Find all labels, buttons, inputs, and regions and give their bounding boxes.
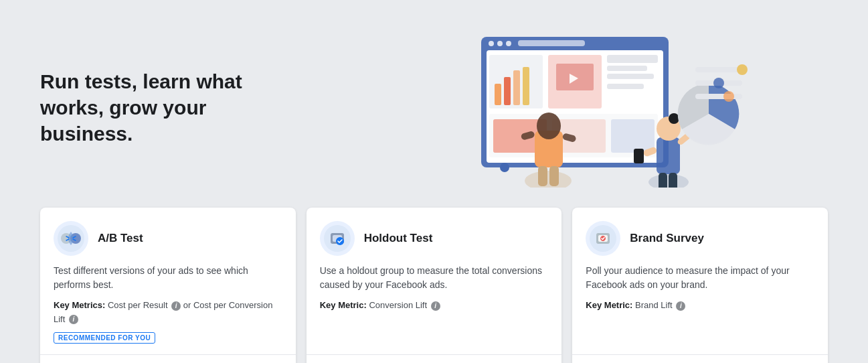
info-icon-cost-per-result[interactable]: i (171, 301, 181, 311)
card-brand-survey: Brand Survey Poll your audience to measu… (572, 208, 828, 363)
svg-point-2 (489, 41, 494, 46)
brand-survey-description: Poll your audience to measure the impact… (586, 264, 814, 292)
holdout-test-description: Use a holdout group to measure the total… (320, 264, 549, 292)
svg-point-3 (497, 41, 503, 46)
svg-rect-5 (518, 40, 585, 46)
svg-rect-46 (695, 94, 742, 99)
holdout-test-footer: Learn More Get Started (307, 354, 562, 363)
hero-svg (401, 27, 749, 188)
holdout-test-key-metrics: Key Metric: Conversion Lift i (320, 299, 549, 313)
ab-test-icon (54, 221, 88, 256)
hero-illustration (321, 20, 828, 194)
svg-point-34 (669, 113, 679, 124)
hero-section: Run tests, learn what works, grow your b… (0, 0, 868, 208)
ab-test-key-metrics: Key Metrics: Cost per Result i or Cost p… (54, 299, 282, 327)
ab-test-title: A/B Test (98, 232, 143, 245)
svg-rect-42 (695, 67, 742, 72)
card-holdout-test: Holdout Test Use a holdout group to meas… (307, 208, 562, 363)
ab-test-metrics-value: Cost per Result (108, 300, 168, 310)
page-wrapper: Run tests, learn what works, grow your b… (0, 0, 868, 363)
svg-rect-29 (538, 166, 547, 186)
card-ab-test: A/B Test Test different versions of your… (40, 208, 296, 363)
hero-title: Run tests, learn what works, grow your b… (40, 68, 294, 147)
brand-survey-key-metrics: Key Metric: Brand Lift i (586, 299, 814, 313)
svg-rect-10 (523, 67, 529, 105)
svg-rect-39 (659, 173, 667, 188)
svg-point-47 (723, 91, 734, 102)
cards-section: A/B Test Test different versions of your… (0, 208, 868, 363)
svg-rect-14 (607, 55, 658, 63)
card-holdout-test-header: Holdout Test (320, 221, 549, 256)
card-ab-test-header: A/B Test (54, 221, 282, 256)
svg-point-4 (506, 41, 511, 46)
brand-survey-metrics-value: Brand Lift (635, 300, 673, 310)
ab-test-footer: Learn More Get Started (40, 354, 296, 363)
svg-rect-9 (513, 70, 520, 105)
svg-rect-8 (504, 77, 511, 105)
svg-point-23 (500, 163, 509, 172)
svg-rect-15 (607, 66, 647, 71)
brand-survey-icon (586, 221, 620, 256)
holdout-test-title: Holdout Test (364, 232, 433, 245)
svg-rect-40 (669, 173, 677, 188)
info-icon-holdout[interactable]: i (431, 301, 440, 311)
svg-rect-36 (634, 149, 644, 163)
svg-point-43 (737, 64, 748, 75)
card-brand-survey-body: Brand Survey Poll your audience to measu… (572, 208, 828, 354)
svg-rect-7 (495, 84, 501, 105)
hero-text: Run tests, learn what works, grow your b… (40, 68, 321, 147)
card-holdout-test-body: Holdout Test Use a holdout group to meas… (307, 208, 562, 354)
brand-survey-metrics-label: Key Metric: (586, 300, 632, 310)
info-icon-conversion-lift[interactable]: i (69, 315, 78, 324)
info-icon-brand-lift[interactable]: i (676, 301, 685, 311)
card-brand-survey-header: Brand Survey (586, 221, 814, 256)
brand-survey-footer: Learn More Get Started (572, 354, 828, 363)
svg-rect-30 (549, 166, 559, 186)
svg-point-45 (713, 78, 724, 88)
svg-rect-32 (657, 137, 680, 174)
card-ab-test-body: A/B Test Test different versions of your… (40, 208, 296, 354)
svg-point-24 (525, 171, 572, 188)
svg-rect-22 (611, 119, 655, 153)
ab-test-description: Test different versions of your ads to s… (54, 264, 282, 292)
holdout-test-icon (320, 221, 355, 256)
svg-rect-17 (607, 84, 644, 89)
svg-rect-16 (607, 74, 654, 79)
svg-point-26 (537, 113, 561, 139)
holdout-test-metrics-label: Key Metric: (320, 300, 367, 310)
recommended-badge: RECOMMENDED FOR YOU (54, 332, 155, 344)
ab-test-metrics-label: Key Metrics: (54, 300, 105, 310)
holdout-test-metrics-value: Conversion Lift (369, 300, 427, 310)
brand-survey-title: Brand Survey (630, 232, 704, 245)
